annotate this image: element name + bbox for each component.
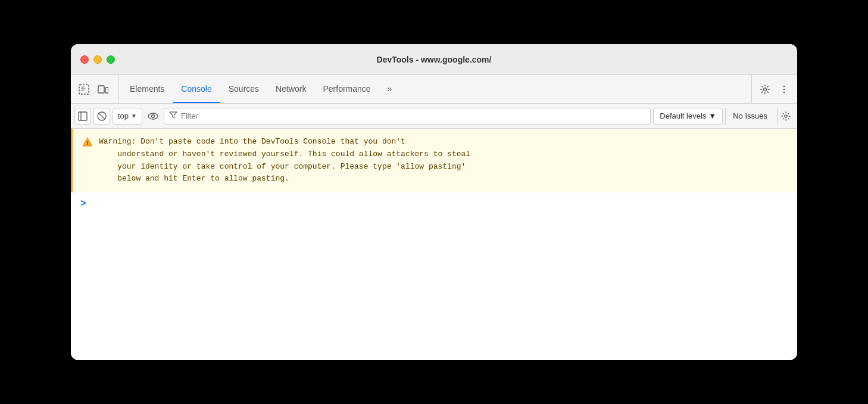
log-levels-button[interactable]: Default levels ▼ xyxy=(653,108,723,125)
context-selector-arrow: ▼ xyxy=(131,113,137,119)
svg-point-12 xyxy=(151,114,154,117)
more-options-icon[interactable] xyxy=(776,81,792,98)
svg-point-11 xyxy=(148,113,158,119)
tabs: Elements Console Sources Network Perform… xyxy=(121,75,749,103)
devtools-window: DevTools - www.google.com/ Elements xyxy=(71,44,797,360)
svg-point-5 xyxy=(783,88,785,90)
close-button[interactable] xyxy=(80,55,89,64)
console-settings-button[interactable] xyxy=(777,108,794,125)
sidebar-toggle-button[interactable] xyxy=(74,108,91,125)
svg-point-13 xyxy=(784,114,786,117)
filter-input[interactable] xyxy=(181,111,645,120)
prompt-arrow-icon: > xyxy=(80,198,86,209)
window-title: DevTools - www.google.com/ xyxy=(377,55,492,64)
tab-bar-left-icons xyxy=(76,75,119,103)
tab-performance[interactable]: Performance xyxy=(314,75,379,103)
svg-point-6 xyxy=(783,91,785,93)
filter-icon xyxy=(169,111,177,120)
tab-network[interactable]: Network xyxy=(267,75,314,103)
warning-text: Warning: Don't paste code into the DevTo… xyxy=(99,136,470,185)
svg-rect-0 xyxy=(79,85,89,94)
settings-icon[interactable] xyxy=(757,81,773,98)
svg-line-10 xyxy=(99,113,105,119)
context-selector[interactable]: top ▼ xyxy=(113,108,142,125)
traffic-lights xyxy=(80,55,115,64)
tab-bar: Elements Console Sources Network Perform… xyxy=(71,75,797,104)
levels-arrow-icon: ▼ xyxy=(708,111,716,120)
eye-button[interactable] xyxy=(145,108,161,125)
tab-console[interactable]: Console xyxy=(173,75,220,103)
maximize-button[interactable] xyxy=(107,55,115,64)
tab-more[interactable]: » xyxy=(379,75,401,103)
warning-triangle-icon: ! xyxy=(82,136,93,150)
inspect-icon[interactable] xyxy=(76,81,92,98)
minimize-button[interactable] xyxy=(93,55,102,64)
svg-rect-2 xyxy=(105,88,108,93)
clear-console-button[interactable] xyxy=(93,108,110,125)
no-issues-button[interactable]: No Issues xyxy=(725,108,775,125)
filter-bar[interactable] xyxy=(164,108,651,125)
svg-point-4 xyxy=(783,85,785,87)
tab-bar-right-icons xyxy=(751,75,792,103)
tab-elements[interactable]: Elements xyxy=(121,75,173,103)
svg-rect-7 xyxy=(79,112,87,120)
svg-text:!: ! xyxy=(86,140,89,147)
device-toggle-icon[interactable] xyxy=(95,81,111,98)
console-content: ! Warning: Don't paste code into the Dev… xyxy=(71,129,797,360)
console-toolbar: top ▼ Default levels ▼ No Issues xyxy=(71,104,797,129)
title-bar: DevTools - www.google.com/ xyxy=(71,44,797,75)
warning-message: ! Warning: Don't paste code into the Dev… xyxy=(71,129,797,192)
console-prompt[interactable]: > xyxy=(71,192,797,215)
svg-point-3 xyxy=(764,88,767,91)
svg-rect-1 xyxy=(98,86,104,93)
tab-sources[interactable]: Sources xyxy=(220,75,267,103)
